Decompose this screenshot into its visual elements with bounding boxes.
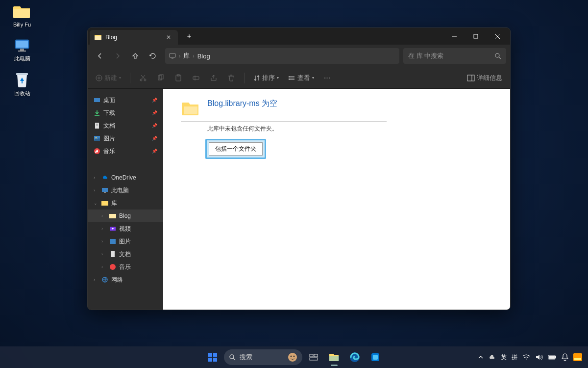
tray-ime-english[interactable]: 英 (501, 353, 507, 362)
folder-icon (13, 3, 31, 21)
svg-rect-56 (208, 358, 212, 362)
include-folder-button[interactable]: 包括一个文件夹 (209, 142, 263, 156)
svg-point-19 (144, 79, 146, 81)
svg-rect-45 (101, 201, 108, 206)
close-button[interactable] (487, 28, 508, 45)
tray-chevron-up-icon[interactable] (478, 355, 483, 360)
refresh-button[interactable] (145, 48, 161, 64)
minimize-button[interactable] (443, 28, 465, 45)
svg-point-32 (289, 78, 290, 79)
svg-rect-43 (102, 188, 108, 192)
svg-line-21 (141, 75, 145, 79)
tray-wifi-icon[interactable] (522, 354, 530, 361)
svg-rect-37 (95, 123, 99, 129)
sidebar-item-videos[interactable]: › 视频 (88, 222, 163, 235)
tray-volume-icon[interactable] (535, 354, 543, 361)
tray-onedrive-icon[interactable] (488, 354, 496, 361)
tab-title: Blog (105, 34, 160, 41)
chevron-down-icon: ⌄ (94, 201, 98, 206)
address-bar[interactable]: › 库 › Blog (165, 48, 399, 64)
svg-rect-65 (310, 358, 318, 360)
sidebar-item-onedrive[interactable]: › OneDrive (88, 171, 163, 184)
svg-rect-57 (213, 358, 217, 362)
chevron-right-icon: › (101, 213, 106, 218)
svg-rect-2 (20, 49, 24, 51)
desktop-icon-this-pc[interactable]: 此电脑 (5, 36, 39, 62)
delete-button[interactable] (223, 70, 239, 86)
tray-notification-icon[interactable] (562, 353, 568, 361)
new-button[interactable]: 新建 ▾ (92, 70, 125, 86)
svg-rect-3 (18, 51, 26, 52)
sidebar-item-this-pc[interactable]: › 此电脑 (88, 184, 163, 197)
up-button[interactable] (127, 48, 144, 64)
paste-button[interactable] (171, 70, 186, 86)
sort-button[interactable]: 排序 ▾ (249, 70, 283, 86)
taskbar-search[interactable]: 搜索 (224, 349, 302, 365)
svg-line-14 (499, 57, 501, 59)
svg-line-59 (233, 358, 235, 360)
taskbar-copilot[interactable] (366, 348, 385, 367)
sidebar-item-pictures[interactable]: 图片 📌 (88, 132, 163, 145)
sidebar-item-music[interactable]: 音乐 📌 (88, 145, 163, 158)
view-button[interactable]: 查看 ▾ (285, 70, 318, 86)
file-explorer-window: Blog ✕ ＋ (87, 27, 511, 310)
chevron-right-icon: › (94, 188, 98, 193)
details-pane-button[interactable]: 详细信息 (463, 70, 506, 86)
desktop-icon-user-folder[interactable]: Billy Fu (5, 3, 39, 27)
svg-rect-53 (184, 106, 197, 114)
svg-rect-74 (574, 358, 581, 360)
taskbar-edge[interactable] (345, 348, 364, 367)
sidebar-item-documents[interactable]: 文档 📌 (88, 119, 163, 132)
library-title: Blog.library-ms 为空 (207, 99, 277, 118)
svg-point-60 (288, 353, 297, 362)
more-button[interactable]: ⋯ (320, 70, 334, 86)
sidebar-item-network[interactable]: › 网络 (88, 273, 163, 286)
svg-point-33 (289, 79, 290, 80)
desktop-icon-recycle-bin[interactable]: 回收站 (5, 71, 39, 97)
svg-rect-55 (213, 353, 217, 357)
sidebar-item-lib-documents[interactable]: › 文档 (88, 248, 163, 261)
sidebar-item-desktop[interactable]: 桌面 📌 (88, 94, 163, 106)
tray-battery-icon[interactable] (548, 354, 557, 360)
svg-rect-36 (94, 98, 100, 102)
share-button[interactable] (206, 70, 221, 86)
pin-icon: 📌 (152, 123, 157, 128)
search-decoration-icon (288, 352, 297, 362)
svg-point-62 (294, 356, 295, 357)
tab-close-button[interactable]: ✕ (164, 33, 173, 42)
breadcrumb-segment[interactable]: 库 (183, 52, 190, 60)
svg-point-13 (495, 53, 499, 57)
new-tab-button[interactable]: ＋ (182, 30, 196, 43)
sidebar-item-lib-pictures[interactable]: › 图片 (88, 235, 163, 248)
cut-button[interactable] (135, 70, 151, 86)
monitor-icon (169, 53, 176, 59)
svg-point-18 (140, 79, 142, 81)
svg-rect-8 (474, 34, 478, 38)
chevron-right-icon: › (193, 53, 194, 59)
start-button[interactable] (203, 348, 222, 367)
forward-button[interactable] (109, 48, 126, 64)
svg-rect-1 (16, 41, 28, 48)
task-view-button[interactable] (304, 348, 323, 367)
svg-rect-63 (310, 354, 313, 357)
svg-rect-46 (109, 214, 116, 218)
maximize-button[interactable] (465, 28, 487, 45)
tray-app-icon[interactable] (573, 353, 582, 361)
titlebar: Blog ✕ ＋ (88, 28, 510, 45)
tray-ime-pinyin[interactable]: 拼 (512, 353, 517, 362)
toolbar: 新建 ▾ 排序 ▾ 查看 ▾ (88, 67, 510, 89)
svg-rect-64 (314, 354, 318, 357)
tab-blog[interactable]: Blog ✕ (90, 30, 178, 45)
rename-button[interactable] (188, 70, 204, 86)
copy-button[interactable] (153, 70, 169, 86)
search-box[interactable]: 在 库 中搜索 (403, 48, 506, 64)
sidebar-item-blog[interactable]: › Blog (88, 210, 163, 222)
sidebar-item-lib-music[interactable]: › 音乐 (88, 261, 163, 273)
desktop-icon-label: 回收站 (14, 90, 30, 97)
taskbar-explorer[interactable] (325, 348, 343, 367)
back-button[interactable] (92, 48, 108, 64)
breadcrumb-segment[interactable]: Blog (197, 53, 210, 60)
sidebar-item-downloads[interactable]: 下载 📌 (88, 106, 163, 119)
sidebar-item-libraries[interactable]: ⌄ 库 (88, 197, 163, 210)
taskbar: 搜索 英 拼 (0, 346, 588, 368)
